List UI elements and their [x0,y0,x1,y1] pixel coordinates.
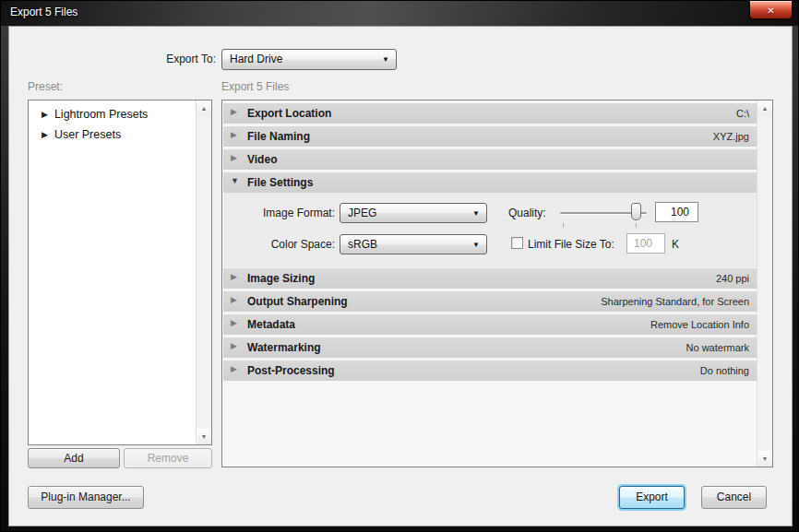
chevron-down-icon: ▼ [472,235,480,254]
section-value: 240 ppi [716,273,749,284]
section-label: Export Location [247,107,331,120]
section-label: Output Sharpening [247,295,348,308]
image-format-value: JPEG [348,207,376,219]
chevron-down-icon: ▼ [472,204,480,223]
expand-arrow-icon: ▶ [231,295,237,304]
section-metadata[interactable]: ▶ Metadata Remove Location Info [223,314,757,335]
remove-preset-button: Remove [124,448,212,468]
limit-file-size-checkbox[interactable] [511,237,523,249]
main-panel-title: Export 5 Files [221,80,289,93]
preset-item-label: User Presets [54,128,121,141]
expand-arrow-icon: ▶ [231,318,237,327]
plugin-manager-button[interactable]: Plug-in Manager... [28,486,144,509]
preset-list-scrollbar[interactable]: ▲ ▼ [196,100,211,444]
quality-slider-thumb[interactable] [631,203,641,220]
limit-file-size-unit: K [672,238,679,251]
expand-arrow-icon: ▶ [231,107,237,116]
image-format-label: Image Format: [243,207,335,219]
export-to-value: Hard Drive [230,53,282,65]
section-value: XYZ.jpg [713,131,749,142]
export-to-select[interactable]: Hard Drive ▼ [221,49,397,70]
export-settings-panel: ▶ Export Location C:\ ▶ File Naming XYZ.… [221,100,773,467]
slider-tick [563,223,564,228]
export-button[interactable]: Export [619,486,685,509]
section-output-sharpening[interactable]: ▶ Output Sharpening Sharpening Standard,… [223,291,757,312]
preset-list: ▶Lightroom Presets ▶User Presets ▲ ▼ [28,100,212,445]
limit-file-size-label: Limit File Size To: [528,238,614,251]
window-title: Export 5 Files [10,6,78,18]
section-file-settings[interactable]: ▼ File Settings [223,172,757,193]
cancel-button[interactable]: Cancel [701,486,767,509]
add-preset-button[interactable]: Add [28,448,120,468]
section-label: Watermarking [247,341,321,354]
slider-tick [636,223,637,228]
expand-arrow-icon: ▶ [231,130,237,139]
expand-arrow-icon: ▶ [231,364,237,373]
section-post-processing[interactable]: ▶ Post-Processing Do nothing [223,361,757,381]
quality-input[interactable] [655,202,698,222]
section-value: Remove Location Info [650,319,749,330]
expand-arrow-icon: ▶ [231,272,237,281]
section-label: Video [247,153,277,166]
section-value: No watermark [686,342,749,353]
section-file-naming[interactable]: ▶ File Naming XYZ.jpg [223,126,757,147]
preset-item-label: Lightroom Presets [54,108,148,121]
section-image-sizing[interactable]: ▶ Image Sizing 240 ppi [223,268,757,289]
settings-panel-scrollbar[interactable]: ▲ ▼ [757,100,772,467]
expand-arrow-icon: ▶ [231,153,237,162]
scroll-down-icon[interactable]: ▼ [197,429,211,444]
scroll-up-icon[interactable]: ▲ [757,100,772,116]
export-dialog-window: Export 5 Files ✕ Export To: Hard Drive ▼… [0,0,799,532]
section-value: C:\ [736,108,749,119]
tree-expand-icon[interactable]: ▶ [42,130,48,139]
color-space-label: Color Space: [243,238,335,251]
section-export-location[interactable]: ▶ Export Location C:\ [223,103,757,124]
color-space-select[interactable]: sRGB ▼ [340,234,487,254]
preset-item-lightroom-presets[interactable]: ▶Lightroom Presets [42,108,148,126]
preset-panel-label: Preset: [28,80,63,93]
dialog-body: Export To: Hard Drive ▼ Preset: Export 5… [8,26,793,526]
preset-item-user-presets[interactable]: ▶User Presets [42,128,121,147]
section-label: Post-Processing [247,364,335,377]
quality-label: Quality: [508,207,546,219]
scroll-down-icon[interactable]: ▼ [757,451,772,467]
title-bar[interactable]: Export 5 Files ✕ [1,1,799,26]
expand-arrow-icon: ▶ [231,341,237,350]
file-settings-content: Image Format: JPEG ▼ Quality: Color Spac… [223,193,757,267]
section-label: File Naming [247,130,310,143]
scroll-up-icon[interactable]: ▲ [197,100,211,116]
close-icon: ✕ [767,6,774,16]
section-watermarking[interactable]: ▶ Watermarking No watermark [223,337,757,358]
collapse-arrow-icon: ▼ [231,176,239,185]
section-value: Sharpening Standard, for Screen [601,296,749,307]
section-value: Do nothing [700,365,749,376]
export-to-label: Export To: [149,53,216,65]
section-label: Image Sizing [247,272,315,285]
close-button[interactable]: ✕ [749,1,793,19]
section-label: File Settings [247,176,313,189]
section-label: Metadata [247,318,295,331]
tree-expand-icon[interactable]: ▶ [42,110,48,119]
chevron-down-icon: ▼ [382,50,389,69]
limit-file-size-input [626,233,665,254]
image-format-select[interactable]: JPEG ▼ [340,203,487,223]
color-space-value: sRGB [348,238,377,251]
section-video[interactable]: ▶ Video [223,149,757,170]
